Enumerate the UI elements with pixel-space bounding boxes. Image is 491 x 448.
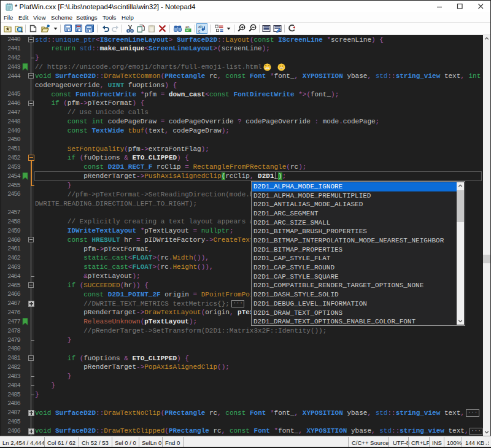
svg-text:c: c (198, 29, 201, 33)
svg-text:ac: ac (186, 28, 190, 32)
